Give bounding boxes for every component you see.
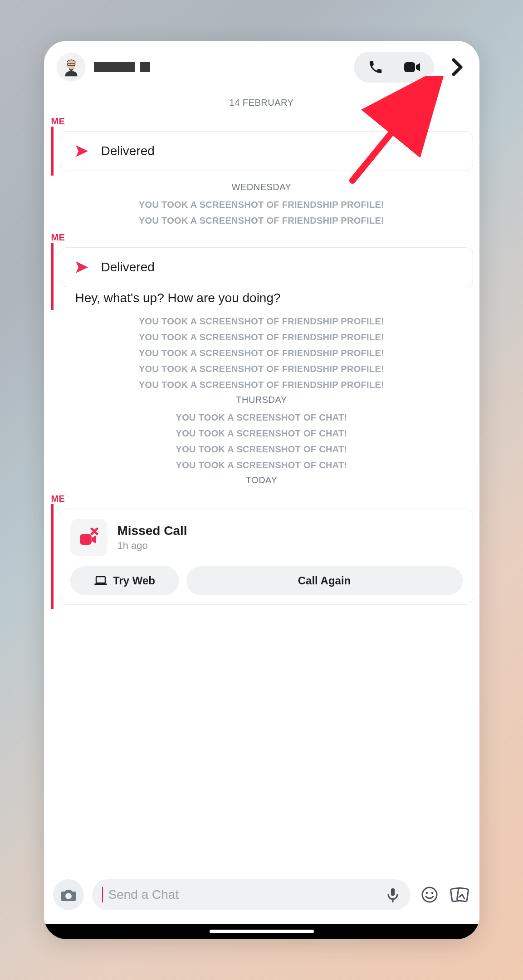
snap-delivered[interactable]: Delivered (60, 247, 473, 287)
date-separator: 14 FEBRUARY (44, 91, 479, 113)
chat-placeholder: Send a Chat (108, 887, 380, 902)
system-message: YOU TOOK A SCREENSHOT OF CHAT! (44, 457, 479, 473)
sent-snap-icon (74, 260, 89, 275)
mic-icon[interactable] (385, 887, 401, 902)
date-separator: WEDNESDAY (44, 176, 479, 197)
sent-snap-icon (74, 143, 89, 159)
svg-rect-10 (391, 888, 395, 896)
message-group: Delivered (51, 127, 479, 176)
missed-call-card: Missed Call 1h ago Try Web Call Again (60, 509, 473, 605)
composer: Send a Chat (44, 869, 479, 924)
missed-call-icon-wrap (70, 519, 108, 556)
svg-point-12 (422, 887, 437, 902)
sender-label-me: ME (44, 232, 479, 243)
memories-button[interactable] (449, 884, 470, 906)
call-controls (354, 52, 434, 83)
svg-point-13 (425, 892, 427, 894)
gallery-icon (450, 886, 469, 904)
chat-scroll[interactable]: 14 FEBRUARY ME Delivered WEDNESDAY YOU T… (44, 91, 479, 869)
system-message: YOU TOOK A SCREENSHOT OF CHAT! (44, 441, 479, 457)
date-separator: THURSDAY (44, 393, 479, 410)
avatar[interactable] (57, 53, 86, 82)
contact-name[interactable] (94, 62, 150, 72)
missed-video-call-icon (78, 528, 100, 548)
camera-button[interactable] (53, 879, 84, 910)
system-message: YOU TOOK A SCREENSHOT OF FRIENDSHIP PROF… (44, 329, 479, 345)
missed-call-time: 1h ago (117, 540, 187, 552)
message-group: Delivered Hey, what's up? How are you do… (51, 243, 479, 310)
call-again-button[interactable]: Call Again (186, 566, 463, 595)
missed-call-title: Missed Call (117, 524, 187, 538)
smile-icon (420, 886, 439, 904)
phone-icon (368, 59, 383, 75)
chat-header (44, 41, 479, 91)
audio-call-button[interactable] (357, 54, 394, 81)
text-caret (102, 887, 103, 902)
call-again-label: Call Again (298, 574, 351, 587)
system-message: YOU TOOK A SCREENSHOT OF FRIENDSHIP PROF… (44, 197, 479, 213)
delivered-label: Delivered (101, 260, 155, 274)
video-icon (403, 60, 421, 74)
text-message[interactable]: Hey, what's up? How are you doing? (60, 291, 473, 305)
system-message: YOU TOOK A SCREENSHOT OF FRIENDSHIP PROF… (44, 213, 479, 229)
system-message: YOU TOOK A SCREENSHOT OF FRIENDSHIP PROF… (44, 345, 479, 361)
system-message: YOU TOOK A SCREENSHOT OF CHAT! (44, 426, 479, 441)
system-message: YOU TOOK A SCREENSHOT OF FRIENDSHIP PROF… (44, 361, 479, 377)
message-group: Missed Call 1h ago Try Web Call Again (51, 504, 479, 609)
system-message: YOU TOOK A SCREENSHOT OF FRIENDSHIP PROF… (44, 377, 479, 393)
profile-chevron[interactable] (449, 58, 467, 76)
redacted-text (140, 62, 150, 72)
redacted-text (94, 62, 135, 72)
svg-point-14 (431, 892, 433, 894)
svg-rect-6 (80, 534, 92, 545)
home-indicator[interactable] (210, 930, 314, 933)
avatar-bitmoji-icon (59, 55, 83, 79)
phone-frame: 14 FEBRUARY ME Delivered WEDNESDAY YOU T… (44, 41, 479, 939)
try-web-button[interactable]: Try Web (70, 566, 179, 595)
nav-bar (44, 924, 479, 939)
video-call-button[interactable] (394, 54, 430, 81)
sticker-button[interactable] (419, 884, 440, 906)
chevron-right-icon (452, 58, 464, 76)
delivered-label: Delivered (101, 144, 155, 158)
system-message: YOU TOOK A SCREENSHOT OF FRIENDSHIP PROF… (44, 314, 479, 329)
sender-label-me: ME (44, 494, 479, 504)
svg-rect-7 (96, 577, 105, 583)
snap-delivered[interactable]: Delivered (60, 131, 473, 171)
svg-rect-8 (94, 583, 107, 585)
chat-input[interactable]: Send a Chat (92, 879, 411, 910)
svg-rect-4 (404, 62, 415, 72)
date-separator: TODAY (44, 473, 479, 490)
sender-label-me: ME (44, 116, 479, 127)
camera-icon (60, 887, 77, 902)
svg-point-9 (65, 893, 72, 899)
laptop-icon (94, 575, 108, 586)
try-web-label: Try Web (113, 574, 155, 587)
system-message: YOU TOOK A SCREENSHOT OF CHAT! (44, 410, 479, 426)
